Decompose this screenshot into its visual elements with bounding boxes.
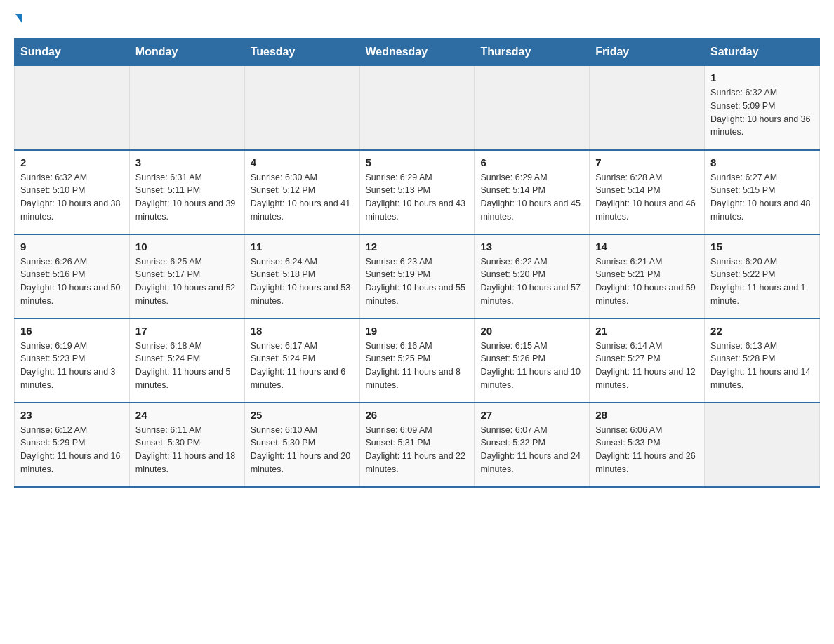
day-number: 14 bbox=[595, 241, 699, 253]
calendar-cell: 8Sunrise: 6:27 AMSunset: 5:15 PMDaylight… bbox=[705, 150, 820, 234]
day-number: 15 bbox=[710, 241, 814, 253]
day-number: 23 bbox=[20, 409, 124, 421]
day-number: 5 bbox=[366, 156, 469, 168]
day-info: Sunrise: 6:21 AMSunset: 5:21 PMDaylight:… bbox=[595, 255, 699, 308]
day-info: Sunrise: 6:27 AMSunset: 5:15 PMDaylight:… bbox=[710, 171, 814, 224]
calendar-cell bbox=[705, 403, 820, 487]
calendar-cell bbox=[475, 66, 590, 150]
day-number: 6 bbox=[480, 156, 583, 168]
calendar-header-row: SundayMondayTuesdayWednesdayThursdayFrid… bbox=[15, 39, 820, 66]
day-info: Sunrise: 6:06 AMSunset: 5:33 PMDaylight:… bbox=[595, 424, 699, 476]
day-info: Sunrise: 6:12 AMSunset: 5:29 PMDaylight:… bbox=[20, 424, 124, 476]
day-info: Sunrise: 6:32 AMSunset: 5:09 PMDaylight:… bbox=[710, 86, 814, 139]
day-info: Sunrise: 6:19 AMSunset: 5:23 PMDaylight:… bbox=[20, 340, 124, 392]
calendar-cell: 6Sunrise: 6:29 AMSunset: 5:14 PMDaylight… bbox=[475, 150, 590, 234]
day-info: Sunrise: 6:29 AMSunset: 5:13 PMDaylight:… bbox=[366, 171, 469, 224]
day-info: Sunrise: 6:13 AMSunset: 5:28 PMDaylight:… bbox=[710, 340, 814, 392]
day-info: Sunrise: 6:11 AMSunset: 5:30 PMDaylight:… bbox=[135, 424, 239, 476]
calendar-cell bbox=[244, 66, 359, 150]
calendar-cell: 7Sunrise: 6:28 AMSunset: 5:14 PMDaylight… bbox=[590, 150, 705, 234]
week-row-1: 2Sunrise: 6:32 AMSunset: 5:10 PMDaylight… bbox=[15, 150, 820, 234]
calendar-cell: 27Sunrise: 6:07 AMSunset: 5:32 PMDayligh… bbox=[475, 403, 590, 487]
calendar-cell: 1Sunrise: 6:32 AMSunset: 5:09 PMDaylight… bbox=[705, 66, 820, 150]
logo-triangle-icon bbox=[15, 14, 22, 24]
calendar-cell: 3Sunrise: 6:31 AMSunset: 5:11 PMDaylight… bbox=[129, 150, 244, 234]
day-info: Sunrise: 6:09 AMSunset: 5:31 PMDaylight:… bbox=[366, 424, 469, 476]
day-number: 22 bbox=[710, 325, 814, 337]
day-number: 28 bbox=[595, 409, 699, 421]
day-info: Sunrise: 6:28 AMSunset: 5:14 PMDaylight:… bbox=[595, 171, 699, 224]
header-saturday: Saturday bbox=[705, 39, 820, 66]
day-number: 17 bbox=[135, 325, 239, 337]
day-number: 24 bbox=[135, 409, 239, 421]
calendar-cell: 11Sunrise: 6:24 AMSunset: 5:18 PMDayligh… bbox=[244, 234, 359, 318]
day-info: Sunrise: 6:07 AMSunset: 5:32 PMDaylight:… bbox=[480, 424, 583, 476]
day-info: Sunrise: 6:15 AMSunset: 5:26 PMDaylight:… bbox=[480, 340, 583, 392]
calendar-cell: 23Sunrise: 6:12 AMSunset: 5:29 PMDayligh… bbox=[15, 403, 130, 487]
calendar-cell: 12Sunrise: 6:23 AMSunset: 5:19 PMDayligh… bbox=[359, 234, 475, 318]
page-header bbox=[14, 14, 820, 24]
day-info: Sunrise: 6:16 AMSunset: 5:25 PMDaylight:… bbox=[366, 340, 469, 392]
day-number: 27 bbox=[480, 409, 583, 421]
calendar-table: SundayMondayTuesdayWednesdayThursdayFrid… bbox=[14, 38, 820, 488]
header-monday: Monday bbox=[129, 39, 244, 66]
calendar-cell: 16Sunrise: 6:19 AMSunset: 5:23 PMDayligh… bbox=[15, 318, 130, 403]
calendar-cell: 28Sunrise: 6:06 AMSunset: 5:33 PMDayligh… bbox=[590, 403, 705, 487]
day-info: Sunrise: 6:17 AMSunset: 5:24 PMDaylight:… bbox=[251, 340, 354, 392]
logo bbox=[14, 14, 22, 24]
week-row-2: 9Sunrise: 6:26 AMSunset: 5:16 PMDaylight… bbox=[15, 234, 820, 318]
day-number: 8 bbox=[710, 156, 814, 168]
calendar-cell: 21Sunrise: 6:14 AMSunset: 5:27 PMDayligh… bbox=[590, 318, 705, 403]
day-number: 12 bbox=[366, 241, 469, 253]
day-number: 4 bbox=[251, 156, 354, 168]
day-info: Sunrise: 6:26 AMSunset: 5:16 PMDaylight:… bbox=[20, 255, 124, 308]
day-info: Sunrise: 6:30 AMSunset: 5:12 PMDaylight:… bbox=[251, 171, 354, 224]
header-wednesday: Wednesday bbox=[359, 39, 475, 66]
day-number: 18 bbox=[251, 325, 354, 337]
day-info: Sunrise: 6:22 AMSunset: 5:20 PMDaylight:… bbox=[480, 255, 583, 308]
week-row-3: 16Sunrise: 6:19 AMSunset: 5:23 PMDayligh… bbox=[15, 318, 820, 403]
header-thursday: Thursday bbox=[475, 39, 590, 66]
day-number: 11 bbox=[251, 241, 354, 253]
calendar-cell: 13Sunrise: 6:22 AMSunset: 5:20 PMDayligh… bbox=[475, 234, 590, 318]
day-info: Sunrise: 6:18 AMSunset: 5:24 PMDaylight:… bbox=[135, 340, 239, 392]
calendar-cell: 19Sunrise: 6:16 AMSunset: 5:25 PMDayligh… bbox=[359, 318, 475, 403]
week-row-0: 1Sunrise: 6:32 AMSunset: 5:09 PMDaylight… bbox=[15, 66, 820, 150]
day-number: 25 bbox=[251, 409, 354, 421]
day-number: 20 bbox=[480, 325, 583, 337]
day-info: Sunrise: 6:31 AMSunset: 5:11 PMDaylight:… bbox=[135, 171, 239, 224]
day-info: Sunrise: 6:25 AMSunset: 5:17 PMDaylight:… bbox=[135, 255, 239, 308]
day-info: Sunrise: 6:24 AMSunset: 5:18 PMDaylight:… bbox=[251, 255, 354, 308]
calendar-cell: 22Sunrise: 6:13 AMSunset: 5:28 PMDayligh… bbox=[705, 318, 820, 403]
calendar-cell: 25Sunrise: 6:10 AMSunset: 5:30 PMDayligh… bbox=[244, 403, 359, 487]
calendar-cell bbox=[15, 66, 130, 150]
header-friday: Friday bbox=[590, 39, 705, 66]
calendar-cell: 18Sunrise: 6:17 AMSunset: 5:24 PMDayligh… bbox=[244, 318, 359, 403]
header-sunday: Sunday bbox=[15, 39, 130, 66]
day-info: Sunrise: 6:23 AMSunset: 5:19 PMDaylight:… bbox=[366, 255, 469, 308]
week-row-4: 23Sunrise: 6:12 AMSunset: 5:29 PMDayligh… bbox=[15, 403, 820, 487]
day-number: 16 bbox=[20, 325, 124, 337]
calendar-cell: 9Sunrise: 6:26 AMSunset: 5:16 PMDaylight… bbox=[15, 234, 130, 318]
day-number: 13 bbox=[480, 241, 583, 253]
calendar-cell: 5Sunrise: 6:29 AMSunset: 5:13 PMDaylight… bbox=[359, 150, 475, 234]
calendar-cell: 24Sunrise: 6:11 AMSunset: 5:30 PMDayligh… bbox=[129, 403, 244, 487]
calendar-cell: 10Sunrise: 6:25 AMSunset: 5:17 PMDayligh… bbox=[129, 234, 244, 318]
calendar-cell: 14Sunrise: 6:21 AMSunset: 5:21 PMDayligh… bbox=[590, 234, 705, 318]
calendar-cell: 2Sunrise: 6:32 AMSunset: 5:10 PMDaylight… bbox=[15, 150, 130, 234]
day-number: 19 bbox=[366, 325, 469, 337]
calendar-cell bbox=[590, 66, 705, 150]
calendar-cell: 15Sunrise: 6:20 AMSunset: 5:22 PMDayligh… bbox=[705, 234, 820, 318]
day-number: 3 bbox=[135, 156, 239, 168]
calendar-cell bbox=[129, 66, 244, 150]
calendar-cell bbox=[359, 66, 475, 150]
calendar-cell: 4Sunrise: 6:30 AMSunset: 5:12 PMDaylight… bbox=[244, 150, 359, 234]
day-info: Sunrise: 6:20 AMSunset: 5:22 PMDaylight:… bbox=[710, 255, 814, 308]
day-info: Sunrise: 6:14 AMSunset: 5:27 PMDaylight:… bbox=[595, 340, 699, 392]
day-info: Sunrise: 6:29 AMSunset: 5:14 PMDaylight:… bbox=[480, 171, 583, 224]
day-info: Sunrise: 6:10 AMSunset: 5:30 PMDaylight:… bbox=[251, 424, 354, 476]
calendar-cell: 26Sunrise: 6:09 AMSunset: 5:31 PMDayligh… bbox=[359, 403, 475, 487]
day-number: 21 bbox=[595, 325, 699, 337]
header-tuesday: Tuesday bbox=[244, 39, 359, 66]
day-number: 2 bbox=[20, 156, 124, 168]
